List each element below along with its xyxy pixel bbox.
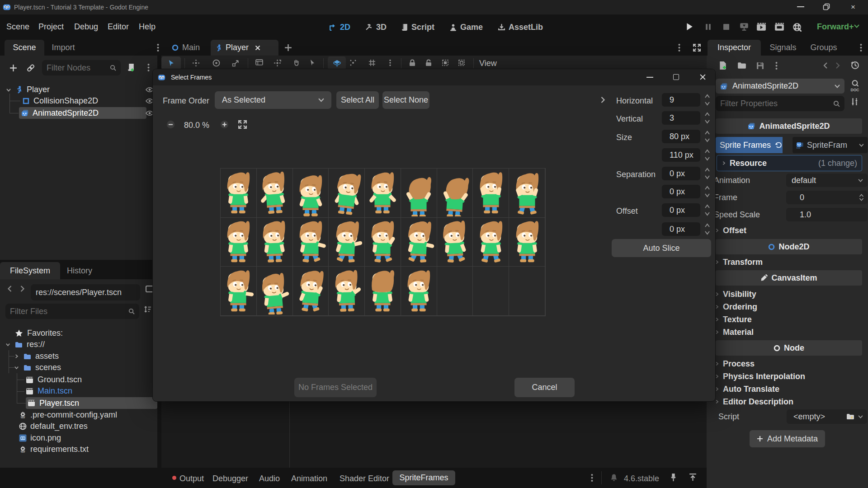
right-dock-menu-icon[interactable] (860, 43, 862, 52)
sprite-frame-cell-7[interactable] (473, 169, 509, 218)
bottom-tab-debugger[interactable]: Debugger (212, 474, 248, 483)
updown-icon[interactable] (859, 194, 864, 201)
bottom-tab-shader[interactable]: Shader Editor (340, 474, 389, 483)
auto-slice-button[interactable]: Auto Slice (612, 239, 711, 257)
sprite-frame-cell-1[interactable] (257, 169, 293, 218)
remote-debug-icon[interactable] (739, 23, 749, 31)
pin-bottom-panel-icon[interactable] (670, 473, 677, 482)
save-resource-icon[interactable] (756, 62, 764, 70)
fs-row-icon[interactable]: icon.png (0, 432, 157, 444)
property-group-material[interactable]: Material (707, 326, 868, 338)
tab-groups[interactable]: Groups (805, 40, 843, 56)
sprite-frame-cell-13[interactable] (365, 218, 401, 267)
offset-x-spinner[interactable] (704, 202, 710, 218)
property-group-visibility[interactable]: Visibility (707, 288, 868, 300)
sprite-frame-cell-9[interactable] (221, 218, 257, 267)
rotate-tool-icon[interactable] (212, 59, 220, 67)
property-group-process[interactable]: Process (707, 358, 868, 370)
fs-row-main[interactable]: Main.tscn (0, 385, 157, 397)
select-tool-button[interactable] (161, 56, 181, 70)
sprite-frame-cell-4[interactable] (365, 169, 401, 218)
tab-inspector[interactable]: Inspector (708, 40, 761, 56)
expand-arrow-icon[interactable] (14, 354, 19, 359)
fs-row-res[interactable]: res:// (0, 339, 157, 350)
move-tool-icon[interactable] (192, 59, 200, 67)
sprite-frames-value-dropdown[interactable]: SpriteFram (793, 137, 868, 153)
sprite-frame-cell-18[interactable] (221, 267, 257, 316)
scale-tool-icon[interactable] (232, 59, 240, 67)
sprite-frame-cell-8[interactable] (509, 169, 545, 218)
frame-order-dropdown[interactable]: As Selected (215, 91, 331, 109)
separation-x-spinner[interactable] (704, 166, 710, 181)
tree-row-animatedsprite[interactable]: AnimatedSprite2D (0, 107, 157, 119)
sprite-frame-cell-14[interactable] (401, 218, 437, 267)
property-group-transform[interactable]: Transform (707, 256, 868, 268)
load-resource-icon[interactable] (737, 62, 746, 69)
mode-game-button[interactable]: Game (449, 23, 483, 32)
vertical-input[interactable]: 3 (662, 111, 700, 125)
fs-row-player[interactable]: Player.tscn (0, 397, 157, 409)
open-docs-icon[interactable]: DOC (850, 80, 860, 92)
dialog-close-button[interactable] (699, 74, 706, 80)
menu-scene[interactable]: Scene (6, 22, 29, 32)
add-scene-tab-button[interactable] (284, 43, 292, 52)
new-resource-icon[interactable] (719, 61, 727, 70)
pan-tool-icon[interactable] (293, 59, 300, 66)
speed-scale-input[interactable]: 1.0 (786, 208, 868, 221)
ungroup-icon[interactable] (458, 59, 465, 66)
offset-y-input[interactable]: 0 px (662, 222, 700, 236)
bottom-tab-output[interactable]: Output (179, 474, 204, 483)
zoom-in-button[interactable] (220, 120, 229, 129)
section-node[interactable]: Node (716, 340, 862, 356)
group-icon[interactable] (442, 59, 449, 66)
collapse-arrow-icon[interactable] (6, 87, 11, 93)
bottom-tab-audio[interactable]: Audio (259, 474, 280, 483)
sprite-frame-cell-16[interactable] (473, 218, 509, 267)
filter-properties-input[interactable]: Filter Properties (716, 96, 844, 111)
sprite-frame-cell-23[interactable] (401, 267, 437, 316)
node-selector[interactable]: AnimatedSprite2D (716, 79, 844, 94)
fs-row-precommit[interactable]: TXT .pre-commit-config.yaml (0, 409, 157, 421)
sprite-frame-cell-2[interactable] (293, 169, 329, 218)
size-y-spinner[interactable] (704, 147, 710, 163)
tree-row-player[interactable]: Player (0, 84, 157, 95)
size-x-spinner[interactable] (704, 129, 710, 144)
stop-button[interactable] (723, 24, 729, 30)
animation-dropdown[interactable]: default (786, 174, 868, 187)
dialog-maximize-button[interactable] (673, 74, 679, 80)
add-node-button[interactable] (9, 64, 18, 72)
scene-dock-menu-icon[interactable] (157, 43, 159, 52)
history-list-icon[interactable] (851, 61, 859, 70)
expand-arrow-icon[interactable] (722, 161, 726, 165)
movie-writer-icon[interactable] (774, 23, 784, 31)
grid-snap-icon[interactable] (349, 59, 357, 66)
property-row-resource[interactable]: Resource (1 change) (717, 155, 862, 171)
offset-x-input[interactable]: 0 px (662, 203, 700, 217)
cancel-button[interactable]: Cancel (514, 378, 575, 397)
tab-import-dock[interactable]: Import (45, 40, 81, 56)
separation-x-input[interactable]: 0 px (662, 167, 700, 180)
bottom-tab-spriteframes[interactable]: SpriteFrames (392, 470, 455, 485)
history-back-icon[interactable] (823, 62, 828, 69)
lock-icon[interactable] (409, 59, 415, 66)
window-close-button[interactable]: × (851, 3, 855, 11)
window-maximize-button[interactable] (823, 3, 830, 10)
revert-icon[interactable] (775, 142, 782, 148)
fs-row-scenes[interactable]: scenes (0, 362, 157, 373)
section-animatedsprite2d[interactable]: AnimatedSprite2D (716, 118, 862, 134)
inspector-menu-icon[interactable] (775, 61, 778, 70)
mode-script-button[interactable]: Script (401, 23, 434, 32)
sprite-frame-cell-15[interactable] (437, 218, 473, 267)
sprite-frame-cell-0[interactable] (221, 169, 257, 218)
sprite-frame-cell-10[interactable] (257, 218, 293, 267)
horizontal-input[interactable]: 9 (662, 93, 700, 107)
movie-maker-icon[interactable] (756, 23, 766, 31)
property-tools-icon[interactable] (851, 98, 859, 106)
instance-scene-button[interactable] (26, 64, 35, 72)
section-canvasitem[interactable]: CanvasItem (716, 270, 862, 286)
sprite-frame-cell-22[interactable] (365, 267, 401, 316)
scene-tabs-menu-icon[interactable] (678, 43, 680, 52)
play-button[interactable] (686, 23, 693, 31)
fs-sort-icon[interactable] (144, 305, 151, 313)
dialog-minimize-button[interactable] (646, 77, 653, 78)
